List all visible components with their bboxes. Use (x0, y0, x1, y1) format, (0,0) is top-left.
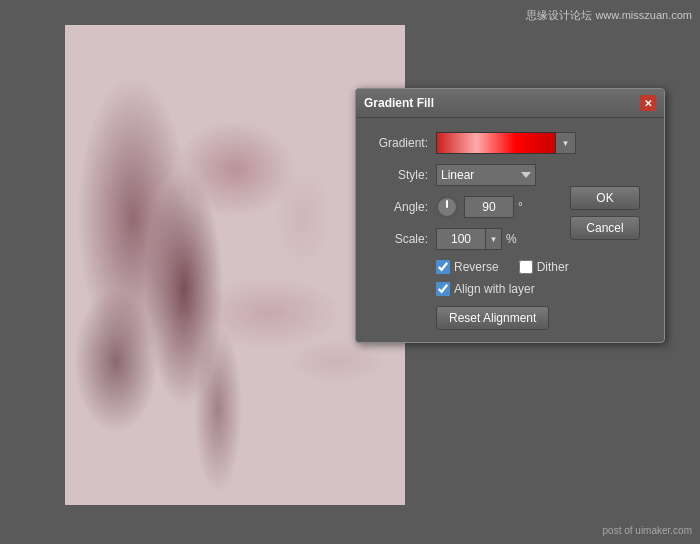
close-button[interactable]: ✕ (640, 95, 656, 111)
reverse-label: Reverse (454, 260, 499, 274)
align-checkbox-item[interactable]: Align with layer (436, 282, 535, 296)
reverse-checkbox-item[interactable]: Reverse (436, 260, 499, 274)
button-group: OK Cancel (570, 186, 640, 240)
dither-checkbox[interactable] (519, 260, 533, 274)
watermark: 思缘设计论坛 www.misszuan.com (526, 8, 692, 23)
watermark-text: 思缘设计论坛 www.misszuan.com (526, 9, 692, 21)
attribution: post of uimaker.com (603, 525, 692, 536)
canvas-artwork (65, 25, 405, 505)
dither-checkbox-item[interactable]: Dither (519, 260, 569, 274)
angle-unit: ° (518, 200, 523, 214)
canvas-area (65, 25, 405, 505)
gradient-row: Gradient: ▼ (368, 132, 652, 154)
reverse-checkbox[interactable] (436, 260, 450, 274)
align-checkbox[interactable] (436, 282, 450, 296)
reset-alignment-button[interactable]: Reset Alignment (436, 306, 549, 330)
style-label: Style: (368, 168, 428, 182)
cancel-button[interactable]: Cancel (570, 216, 640, 240)
dither-label: Dither (537, 260, 569, 274)
close-icon: ✕ (644, 98, 652, 109)
angle-label: Angle: (368, 200, 428, 214)
ok-button[interactable]: OK (570, 186, 640, 210)
style-select[interactable]: Linear Radial Angle Reflected Diamond (436, 164, 536, 186)
reverse-dither-row: Reverse Dither (368, 260, 652, 274)
dialog-titlebar: Gradient Fill ✕ (356, 89, 664, 118)
gradient-label: Gradient: (368, 136, 428, 150)
gradient-preview[interactable] (436, 132, 556, 154)
dialog-title: Gradient Fill (364, 96, 434, 110)
angle-input[interactable] (464, 196, 514, 218)
scale-input[interactable] (436, 228, 486, 250)
scale-unit: % (506, 232, 517, 246)
align-row: Align with layer (368, 282, 652, 296)
dialog-body: OK Cancel Gradient: ▼ Style: Linear Radi… (356, 118, 664, 342)
scale-label: Scale: (368, 232, 428, 246)
gradient-dropdown-button[interactable]: ▼ (556, 132, 576, 154)
attribution-text: post of uimaker.com (603, 525, 692, 536)
angle-dial[interactable] (436, 196, 458, 218)
gradient-fill-dialog: Gradient Fill ✕ OK Cancel Gradient: ▼ St… (355, 88, 665, 343)
style-row: Style: Linear Radial Angle Reflected Dia… (368, 164, 652, 186)
gradient-preview-wrap: ▼ (436, 132, 652, 154)
dialog-content: OK Cancel Gradient: ▼ Style: Linear Radi… (368, 132, 652, 330)
reset-alignment-row: Reset Alignment (368, 304, 652, 330)
align-label: Align with layer (454, 282, 535, 296)
scale-stepper[interactable]: ▼ (486, 228, 502, 250)
